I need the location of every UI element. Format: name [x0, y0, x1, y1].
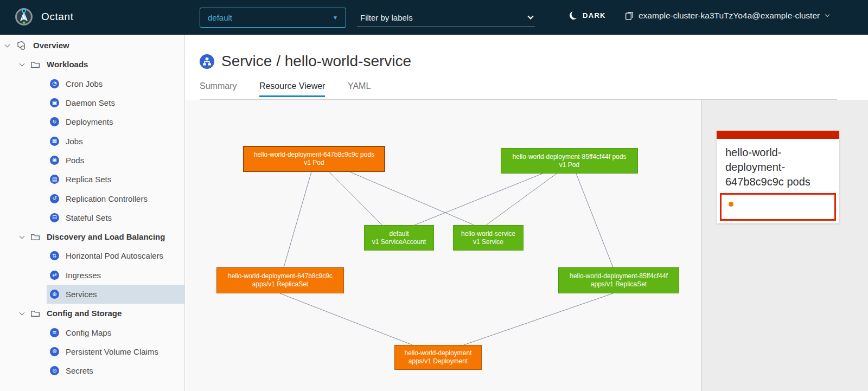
sidebar-item-label: Deployments: [66, 117, 113, 126]
page-title-text: Service / hello-world-service: [221, 53, 411, 70]
sidebar-item-secrets[interactable]: ⊙Secrets: [0, 361, 184, 380]
folder-icon: [30, 309, 40, 318]
pod-status-dot: [729, 202, 733, 207]
namespace-selector-value: default: [208, 13, 232, 22]
config-maps-icon: ≡: [50, 328, 59, 337]
card-body: hello-world-deployment-647b8c9c9c pods: [717, 139, 839, 223]
node-name: hello-world-deployment-647b8c9c9c: [228, 272, 333, 280]
replication-controllers-icon: ↺: [50, 194, 59, 203]
sidebar-item-label: Cron Jobs: [66, 79, 103, 88]
detail-panel: hello-world-deployment-647b8c9c9c pods: [701, 100, 868, 391]
sidebar-item-label: Config and Storage: [47, 309, 122, 318]
sidebar-item-workloads[interactable]: Workloads: [0, 55, 184, 74]
chevron-down-icon[interactable]: [20, 310, 25, 315]
sidebar-item-deployments[interactable]: ↻Deployments: [0, 112, 184, 131]
sidebar-item-discovery-and-load-balancing[interactable]: Discovery and Load Balancing: [0, 227, 184, 246]
node-name: hello-world-service: [461, 230, 515, 238]
chevron-down-icon[interactable]: [5, 42, 10, 47]
services-icon: ⊕: [50, 290, 59, 299]
graph-node-hello-world-deployment-85ff4cf44f-pods[interactable]: hello-world-deployment-85ff4cf44f podsv1…: [501, 148, 638, 174]
app-title: Octant: [41, 11, 74, 23]
moon-icon: [569, 10, 579, 21]
secrets-icon: ⊙: [50, 366, 59, 375]
stateful-sets-icon: ⊟: [50, 213, 59, 222]
sidebar-item-label: Discovery and Load Balancing: [47, 232, 165, 241]
sidebar-item-label: Replication Controllers: [66, 194, 148, 203]
sidebar-item-config-and-storage[interactable]: Config and Storage: [0, 304, 184, 323]
sidebar-item-config-maps[interactable]: ≡Config Maps: [0, 323, 184, 342]
sidebar-item-label: Pods: [66, 156, 84, 165]
sidebar-item-stateful-sets[interactable]: ⊟Stateful Sets: [0, 208, 184, 227]
cluster-switcher[interactable]: example-cluster-ka3TuTzYo4a@example-clus…: [625, 11, 829, 21]
chevron-down-icon: [825, 12, 829, 17]
sidebar-item-label: Jobs: [66, 137, 83, 146]
namespace-selector[interactable]: default ▼: [200, 8, 346, 28]
sidebar-item-replication-controllers[interactable]: ↺Replication Controllers: [0, 189, 184, 208]
node-name: default: [389, 230, 409, 238]
app-logo: Octant: [14, 7, 74, 27]
octant-logo-icon: [14, 7, 34, 27]
cron-jobs-icon: ◔: [50, 79, 59, 88]
graph-node-hello-world-service[interactable]: hello-world-servicev1 Service: [453, 225, 524, 251]
pods-icon: ◉: [50, 156, 59, 165]
chevron-down-icon[interactable]: [527, 13, 533, 19]
sidebar-item-cron-jobs[interactable]: ◔Cron Jobs: [0, 74, 184, 93]
replica-sets-icon: ▤: [50, 175, 59, 184]
label-filter-input[interactable]: [359, 12, 528, 23]
jobs-icon: ▦: [50, 137, 59, 146]
node-kind: v1 Service: [473, 238, 503, 246]
main-header: Service / hello-world-service Summary Re…: [186, 35, 868, 100]
sidebar-item-label: Stateful Sets: [66, 213, 112, 222]
sidebar-item-jobs[interactable]: ▦Jobs: [0, 131, 184, 150]
sidebar-item-label: Secrets: [66, 366, 93, 375]
horizontal-pod-autoscalers-icon: ⇅: [50, 251, 59, 260]
node-kind: v1 ServiceAccount: [372, 238, 426, 246]
node-name: hello-world-deployment: [404, 349, 471, 357]
daemon-sets-icon: ▣: [50, 98, 59, 107]
persistent-volume-claims-icon: ⊜: [50, 347, 59, 356]
deployments-icon: ↻: [50, 117, 59, 126]
sidebar-item-label: Replica Sets: [66, 175, 111, 184]
selected-object-card: hello-world-deployment-647b8c9c9c pods: [717, 131, 839, 223]
objects-icon: [16, 40, 27, 51]
chevron-down-icon[interactable]: [20, 233, 25, 239]
node-name: hello-world-deployment-85ff4cf44f pods: [513, 153, 627, 161]
node-kind: apps/v1 Deployment: [409, 357, 468, 366]
dark-theme-toggle[interactable]: DARK: [570, 11, 606, 20]
sidebar-item-persistent-volume-claims[interactable]: ⊜Persistent Volume Claims: [0, 342, 184, 361]
cluster-name: example-cluster-ka3TuTzYo4a@example-clus…: [639, 11, 820, 21]
sidebar-item-label: Daemon Sets: [66, 98, 115, 107]
sidebar-item-label: Workloads: [47, 60, 88, 69]
service-icon: [200, 54, 214, 69]
sidebar-item-label: Config Maps: [66, 328, 111, 337]
caret-down-icon: ▼: [333, 15, 338, 21]
sidebar-item-label: Overview: [33, 41, 69, 50]
top-bar: Octant default ▼ DARK example-cluster-ka…: [0, 0, 868, 35]
graph-node-default[interactable]: defaultv1 ServiceAccount: [364, 225, 434, 251]
sidebar-item-label: Horizontal Pod Autoscalers: [66, 251, 163, 260]
graph-node-hello-world-deployment[interactable]: hello-world-deploymentapps/v1 Deployment: [394, 345, 482, 370]
sidebar-item-label: Persistent Volume Claims: [66, 347, 158, 356]
graph-node-hello-world-deployment-85ff4cf44f[interactable]: hello-world-deployment-85ff4cf44fapps/v1…: [558, 267, 679, 293]
node-name: hello-world-deployment-647b8c9c9c pods: [254, 151, 374, 159]
sidebar-item-replica-sets[interactable]: ▤Replica Sets: [0, 170, 184, 189]
sidebar-item-horizontal-pod-autoscalers[interactable]: ⇅Horizontal Pod Autoscalers: [0, 246, 184, 265]
graph-node-hello-world-deployment-647b8c9c9c[interactable]: hello-world-deployment-647b8c9c9capps/v1…: [216, 267, 344, 293]
tab-yaml[interactable]: YAML: [348, 81, 371, 95]
sidebar-item-label: Ingresses: [66, 271, 101, 280]
sidebar-item-overview[interactable]: Overview: [0, 36, 184, 55]
page-title: Service / hello-world-service: [200, 53, 411, 70]
sidebar-item-daemon-sets[interactable]: ▣Daemon Sets: [0, 93, 184, 112]
chevron-down-icon[interactable]: [20, 61, 25, 66]
folder-icon: [30, 232, 40, 242]
pod-selection-box[interactable]: [720, 193, 836, 221]
node-kind: apps/v1 ReplicaSet: [591, 280, 647, 289]
sidebar-item-services[interactable]: ⊕Services: [0, 285, 184, 304]
tab-summary[interactable]: Summary: [200, 81, 237, 95]
graph-node-hello-world-deployment-647b8c9c9c-pods[interactable]: hello-world-deployment-647b8c9c9c podsv1…: [243, 146, 385, 172]
sidebar-item-ingresses[interactable]: ⇄Ingresses: [0, 266, 184, 285]
tab-resource-viewer[interactable]: Resource Viewer: [259, 81, 326, 97]
tab-bar: Summary Resource Viewer YAML: [200, 81, 837, 100]
sidebar-item-pods[interactable]: ◉Pods: [0, 151, 184, 170]
node-kind: apps/v1 ReplicaSet: [252, 280, 308, 289]
